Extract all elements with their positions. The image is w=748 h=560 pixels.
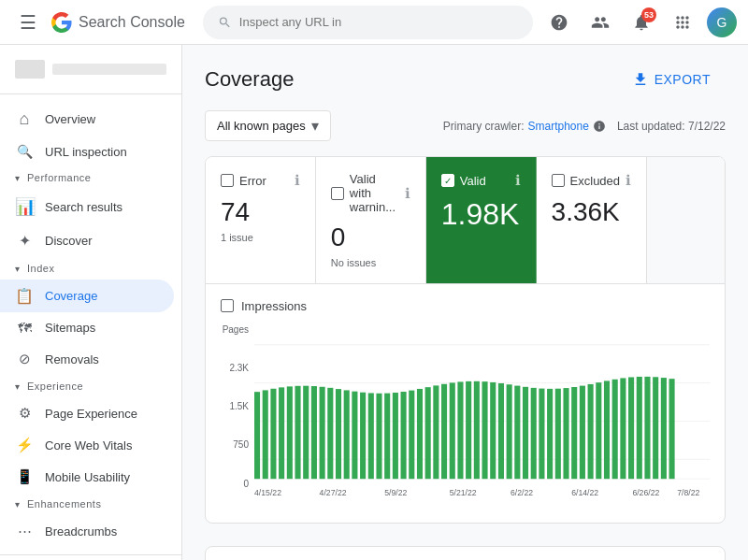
filter-bar: All known pages ▾ Primary crawler: Smart…: [205, 110, 726, 141]
experience-section-toggle[interactable]: ▾ Experience: [0, 375, 181, 397]
status-card-error[interactable]: Error ℹ 74 1 issue: [206, 157, 316, 283]
sidebar-item-url-inspection[interactable]: 🔍 URL inspection: [0, 136, 174, 166]
impressions-label: Impressions: [241, 299, 307, 313]
valid-info-icon[interactable]: ℹ: [515, 172, 521, 189]
svg-text:5/21/22: 5/21/22: [450, 487, 477, 496]
details-header: Details ≡: [206, 547, 725, 560]
svg-rect-6: [263, 390, 268, 479]
performance-section-toggle[interactable]: ▾ Performance: [0, 166, 181, 189]
apps-button[interactable]: [666, 6, 699, 39]
enhancements-section-toggle[interactable]: ▾ Enhancements: [0, 493, 181, 515]
coverage-icon: 📋: [15, 287, 34, 305]
excluded-info-icon[interactable]: ℹ: [626, 172, 631, 189]
svg-rect-33: [482, 381, 488, 479]
export-icon: [632, 71, 649, 88]
valid-warning-checkbox[interactable]: [331, 187, 344, 200]
svg-rect-48: [604, 381, 610, 479]
last-updated-label: Last updated: 7/12/22: [617, 120, 726, 133]
sidebar-item-coverage[interactable]: 📋 Coverage: [0, 280, 174, 312]
sidebar-item-breadcrumbs[interactable]: ⋯ Breadcrumbs: [0, 515, 174, 547]
svg-rect-12: [311, 386, 317, 479]
sidebar-item-discover[interactable]: ✦ Discover: [0, 224, 174, 257]
svg-text:4/15/22: 4/15/22: [254, 487, 281, 496]
index-toggle-arrow: ▾: [15, 264, 20, 274]
notification-badge: 53: [641, 7, 656, 22]
svg-rect-28: [441, 383, 447, 478]
topbar-actions: 53 G: [542, 6, 737, 39]
page-title: Coverage: [205, 67, 294, 92]
error-label: Error: [239, 174, 266, 188]
y-axis-label-750: 750: [233, 439, 249, 450]
svg-rect-26: [425, 387, 431, 479]
sidebar-item-sitemaps[interactable]: 🗺 Sitemaps: [0, 312, 174, 343]
menu-button[interactable]: ☰: [11, 6, 45, 39]
chart-inner: // Will generate bars via JS below: [254, 324, 710, 511]
discover-icon: ✦: [15, 232, 34, 250]
status-card-valid-warning[interactable]: Valid with warnin... ℹ 0 No issues: [316, 157, 426, 283]
url-inspection-icon: 🔍: [15, 144, 34, 159]
sidebar-url-label: URL inspection: [45, 145, 159, 159]
index-section-toggle[interactable]: ▾ Index: [0, 257, 181, 280]
svg-rect-10: [295, 385, 300, 478]
export-button[interactable]: EXPORT: [617, 64, 726, 95]
pages-filter-dropdown[interactable]: All known pages ▾: [205, 110, 331, 141]
svg-rect-29: [450, 382, 455, 479]
notifications-button[interactable]: 53: [625, 6, 658, 39]
valid-checkbox[interactable]: ✓: [441, 174, 454, 187]
sidebar-item-overview[interactable]: ⌂ Overview: [0, 102, 174, 136]
valid-warning-info-icon[interactable]: ℹ: [405, 185, 410, 202]
page-header: Coverage EXPORT: [205, 64, 726, 95]
sidebar-item-core-web-vitals[interactable]: ⚡ Core Web Vitals: [0, 429, 174, 461]
svg-rect-14: [327, 387, 333, 478]
excluded-checkbox[interactable]: [552, 174, 565, 187]
avatar[interactable]: G: [707, 7, 737, 37]
svg-rect-40: [539, 388, 544, 479]
svg-rect-52: [637, 377, 642, 479]
help-button[interactable]: [542, 6, 576, 39]
error-value: 74: [221, 196, 300, 228]
performance-toggle-arrow: ▾: [15, 173, 20, 183]
svg-rect-50: [620, 378, 626, 479]
search-bar[interactable]: [203, 6, 533, 39]
sidebar-item-page-experience[interactable]: ⚙ Page Experience: [0, 397, 174, 429]
svg-rect-34: [490, 382, 496, 479]
sidebar-core-web-vitals-label: Core Web Vitals: [45, 438, 159, 452]
core-web-vitals-icon: ⚡: [15, 437, 34, 453]
sidebar-item-search-results[interactable]: 📊 Search results: [0, 189, 174, 224]
sidebar-coverage-label: Coverage: [45, 289, 159, 303]
overview-icon: ⌂: [15, 109, 34, 129]
chart-area: Pages 2.3K 1.5K 750 0: [221, 324, 710, 511]
property-label: [52, 64, 166, 75]
svg-rect-11: [303, 385, 309, 479]
impressions-checkbox[interactable]: [221, 299, 234, 312]
details-section: Details ≡ Status Type Validation ↓ Trend…: [205, 546, 726, 560]
svg-rect-35: [498, 383, 504, 479]
users-icon: [591, 13, 610, 32]
svg-text:5/9/22: 5/9/22: [384, 487, 407, 496]
users-button[interactable]: [583, 6, 617, 39]
breadcrumbs-icon: ⋯: [15, 523, 34, 539]
svg-text:6/26/22: 6/26/22: [632, 487, 659, 496]
topbar: ☰ Search Console: [0, 0, 748, 45]
help-icon: [550, 13, 568, 32]
svg-rect-43: [563, 388, 568, 479]
error-info-icon[interactable]: ℹ: [295, 172, 300, 189]
sidebar-item-removals[interactable]: ⊘ Removals: [0, 343, 174, 375]
sidebar-item-mobile-usability[interactable]: 📱 Mobile Usability: [0, 461, 174, 493]
error-sub: 1 issue: [221, 232, 300, 243]
status-card-valid[interactable]: ✓ Valid ℹ 1.98K: [426, 157, 537, 283]
main-layout: ⌂ Overview 🔍 URL inspection ▾ Performanc…: [0, 45, 748, 560]
search-input[interactable]: [239, 15, 518, 29]
chart-header: Impressions: [221, 299, 710, 313]
apps-icon: [673, 13, 692, 32]
svg-rect-18: [360, 392, 366, 479]
property-selector[interactable]: [0, 52, 181, 86]
sidebar-mobile-usability-label: Mobile Usability: [45, 470, 159, 484]
app-title-text: Search Console: [79, 14, 185, 30]
status-card-excluded[interactable]: Excluded ℹ 3.36K: [537, 157, 647, 283]
valid-value: 1.98K: [441, 196, 521, 232]
sidebar-overview-label: Overview: [45, 112, 159, 126]
svg-rect-46: [588, 384, 594, 479]
error-checkbox[interactable]: [221, 174, 234, 187]
svg-rect-23: [401, 392, 407, 479]
